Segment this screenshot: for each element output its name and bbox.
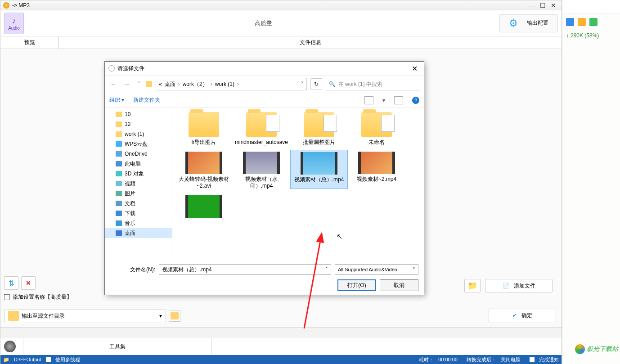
status-bar: 📁 D:\FFOutput 使用多线程 耗时： 00:00:00 转换完成后： … xyxy=(0,355,562,364)
maximize-button[interactable]: ☐ xyxy=(537,1,548,9)
tree-item[interactable]: 音乐 xyxy=(105,218,172,228)
app-toolbar: ♪ Audio 高质量 ⚙ 输出配置 xyxy=(0,10,562,36)
file-item[interactable]: 大黄蜂转码-视频素材~2.avi xyxy=(175,150,233,189)
tree-item[interactable]: 下载 xyxy=(105,208,172,218)
tab-preview-label: 预览 xyxy=(24,39,35,46)
file-item[interactable]: 视频素材（总）.mp4 xyxy=(290,150,348,189)
file-item[interactable]: 批量调整图片 xyxy=(290,112,348,145)
file-name: 视频素材（总）.mp4 xyxy=(291,176,347,183)
add-file-button[interactable]: 📄 添加文件 xyxy=(485,279,553,292)
file-item[interactable]: 视频素材（水印）.mp4 xyxy=(233,150,290,189)
tree-item[interactable]: 12 xyxy=(105,119,172,129)
chevron-down-icon: ˅ xyxy=(413,267,415,273)
tree-item-icon xyxy=(116,181,122,186)
file-item[interactable]: mindmaster_autosave xyxy=(233,112,290,145)
tools-tab[interactable]: 工具集 xyxy=(23,338,212,355)
chevron-down-icon: ▾ xyxy=(159,313,162,319)
file-item[interactable]: 未命名 xyxy=(348,112,405,145)
cancel-label: 取消 xyxy=(394,282,404,289)
refresh-button[interactable]: ↻ xyxy=(310,78,322,90)
breadcrumb[interactable]: « 桌面 › work（2） › work (1) › ˅ xyxy=(156,78,307,90)
file-item[interactable]: 视频素材~2.mp4 xyxy=(348,150,405,189)
tree-item[interactable]: OneDrive xyxy=(105,149,172,159)
audio-format-button[interactable]: ♪ Audio xyxy=(4,13,24,34)
back-arrow-icon[interactable]: ← xyxy=(108,81,118,88)
crumb-item[interactable]: work（2） xyxy=(183,81,208,88)
video-thumb-icon xyxy=(185,152,222,174)
browse-folder-button[interactable] xyxy=(169,310,180,322)
dialog-close-button[interactable]: ✕ xyxy=(409,64,420,73)
add-setting-label: 添加设置名称【高质量】 xyxy=(13,293,72,301)
open-label: 打开(O) xyxy=(347,282,366,289)
play-icon[interactable] xyxy=(589,18,598,26)
output-config-button[interactable]: ⚙ 输出配置 xyxy=(499,14,558,32)
delete-button[interactable]: ✖ xyxy=(21,276,36,290)
crumb-item[interactable]: 桌面 xyxy=(165,81,175,88)
dialog-icon xyxy=(108,65,115,72)
tab-preview[interactable]: 预览 xyxy=(0,36,59,49)
tree-item-icon xyxy=(116,131,122,137)
new-folder-menu[interactable]: 新建文件夹 xyxy=(133,96,160,104)
tree-item[interactable]: 10 xyxy=(105,109,172,119)
tree-item-label: 文档 xyxy=(125,200,135,207)
open-button[interactable]: 打开(O) xyxy=(337,279,376,291)
new-folder-button[interactable]: 📁 xyxy=(464,279,481,292)
preview-pane-button[interactable] xyxy=(394,96,403,104)
dialog-footer: 文件名(N): 视频素材（总）.mp4 ˅ All Supported Audi… xyxy=(105,261,424,295)
tree-item[interactable]: 桌面 xyxy=(105,228,172,238)
tree-item-icon xyxy=(116,121,122,127)
multithread-checkbox[interactable] xyxy=(46,357,51,362)
organize-menu[interactable]: 组织 ▾ xyxy=(109,96,124,104)
add-setting-checkbox[interactable] xyxy=(4,294,10,300)
cancel-button[interactable]: 取消 xyxy=(380,279,418,291)
search-icon: 🔍 xyxy=(329,81,336,87)
tree-item[interactable]: 文档 xyxy=(105,198,172,208)
after-value: 关闭电脑 xyxy=(501,356,521,363)
shuffle-button[interactable]: ⇅ xyxy=(4,276,18,290)
info-icon[interactable] xyxy=(566,18,574,26)
file-item[interactable] xyxy=(175,193,233,220)
tree-item[interactable]: 视频 xyxy=(105,179,172,189)
dialog-titlebar[interactable]: 请选择文件 ✕ xyxy=(105,62,424,75)
watermark-text: 极光下载站 xyxy=(587,345,618,353)
tree-item-label: 12 xyxy=(125,121,130,127)
chevron-down-icon[interactable]: ˅ xyxy=(135,81,142,88)
file-item[interactable]: lr导出图片 xyxy=(175,112,233,145)
search-input[interactable]: 🔍 在 work (1) 中搜索 xyxy=(326,78,420,90)
view-mode-button[interactable] xyxy=(364,96,373,104)
tree-item[interactable]: WPS云盘 xyxy=(105,139,172,149)
tree-item[interactable]: 此电脑 xyxy=(105,159,172,169)
dropdown-icon[interactable]: ▾ xyxy=(382,97,385,103)
tab-file-info[interactable]: 文件信息 xyxy=(59,36,562,49)
chevron-down-icon[interactable]: ˅ xyxy=(301,81,304,87)
done-notify-checkbox[interactable] xyxy=(530,357,535,362)
filename-input[interactable]: 视频素材（总）.mp4 ˅ xyxy=(159,264,331,275)
file-grid[interactable]: lr导出图片mindmaster_autosave批量调整图片未命名大黄蜂转码-… xyxy=(172,108,424,261)
audio-label: Audio xyxy=(8,26,20,31)
folder-icon xyxy=(171,312,179,319)
check-circle-icon: ✔ xyxy=(512,312,517,319)
forward-arrow-icon[interactable]: → xyxy=(122,81,132,88)
tree-item[interactable]: 图片 xyxy=(105,189,172,198)
sub-tabs: 预览 文件信息 xyxy=(0,36,562,49)
target-icon[interactable] xyxy=(4,341,16,352)
title-bar[interactable]: -> MP3 — ☐ ✕ xyxy=(0,0,562,10)
tree-item[interactable]: work (1) xyxy=(105,129,172,139)
close-button[interactable]: ✕ xyxy=(548,1,559,9)
confirm-button[interactable]: ✔ 确定 xyxy=(489,309,556,322)
file-filter-combo[interactable]: All Supported Audio&Video ˅ xyxy=(335,264,418,275)
crumb-item[interactable]: work (1) xyxy=(215,81,234,87)
chevron-down-icon[interactable]: ˅ xyxy=(325,266,328,273)
output-folder-combo[interactable]: 输出至源文件目录 ▾ xyxy=(4,310,166,322)
folder-tree[interactable]: 1012work (1)WPS云盘OneDrive此电脑3D 对象视频图片文档下… xyxy=(105,108,172,261)
tree-item-icon xyxy=(116,220,122,226)
folder-thumb-icon xyxy=(189,112,219,137)
elapsed-label: 耗时： xyxy=(419,356,434,363)
tree-item[interactable]: 3D 对象 xyxy=(105,169,172,179)
up-folder-icon[interactable] xyxy=(146,81,152,87)
help-icon[interactable]: ? xyxy=(412,97,419,104)
minimize-button[interactable]: — xyxy=(526,1,537,9)
folder-icon xyxy=(8,311,19,321)
tree-item-label: OneDrive xyxy=(125,151,148,157)
folder-open-icon[interactable] xyxy=(578,18,586,26)
